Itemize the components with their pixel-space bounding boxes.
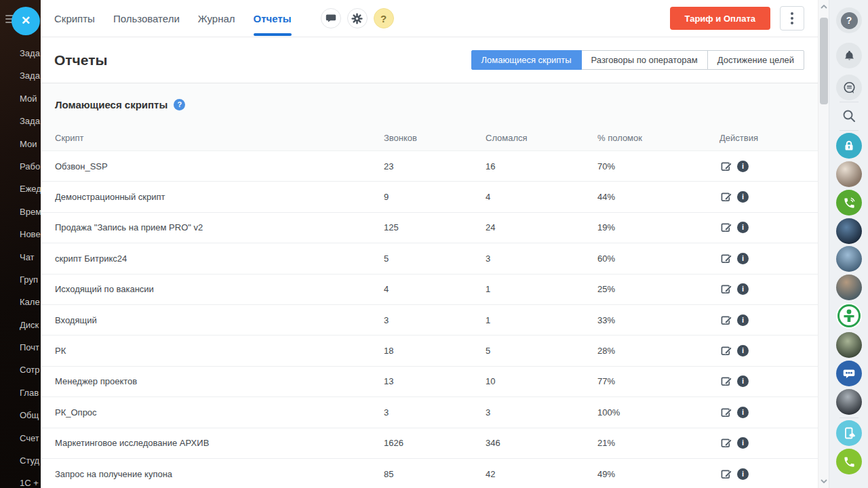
broken-value: 16	[486, 161, 597, 171]
edit-button[interactable]	[719, 283, 733, 296]
sidebar-item[interactable]: Нове	[0, 223, 41, 245]
telephony-app-button[interactable]	[836, 190, 862, 216]
avatar[interactable]	[836, 389, 862, 415]
edit-button[interactable]	[719, 313, 733, 327]
broken-value: 346	[486, 438, 597, 448]
edit-icon	[721, 345, 732, 357]
edit-button[interactable]	[719, 375, 733, 388]
edit-button[interactable]	[719, 159, 733, 173]
partner-app-button[interactable]	[836, 303, 862, 329]
info-button[interactable]: i	[737, 345, 749, 357]
info-button[interactable]: i	[737, 161, 749, 172]
sidebar-item[interactable]: 1С +	[0, 472, 41, 488]
toolbar-divider	[840, 102, 859, 102]
sidebar-item[interactable]: Врем	[0, 201, 41, 223]
edit-button[interactable]	[719, 251, 733, 265]
feedback-button[interactable]	[321, 8, 341, 28]
tab-journal[interactable]: Журнал	[198, 0, 235, 37]
sidebar-item[interactable]: Глав	[0, 382, 41, 404]
security-app-button[interactable]	[836, 133, 862, 159]
info-button[interactable]: i	[737, 375, 749, 387]
more-menu-button[interactable]	[780, 6, 804, 30]
table-row: Запрос на получение купона 85 42 49% i	[41, 459, 818, 488]
group-chat-button[interactable]	[836, 361, 862, 386]
info-button[interactable]: i	[737, 437, 749, 449]
edit-button[interactable]	[719, 190, 733, 204]
page-title: Отчеты	[54, 52, 107, 68]
sidebar-item[interactable]: Студ	[0, 449, 41, 472]
info-button[interactable]: i	[737, 283, 749, 295]
view-tab-breaking-scripts[interactable]: Ломающиеся скрипты	[471, 50, 582, 70]
column-header-broken: Сломался	[486, 133, 597, 143]
view-tab-operator-calls[interactable]: Разговоры по операторам	[581, 50, 708, 70]
report-view-switcher: Ломающиеся скрипты Разговоры по оператор…	[472, 50, 804, 70]
section-help-icon[interactable]: ?	[174, 99, 185, 110]
avatar[interactable]	[836, 218, 862, 244]
help-button[interactable]: ?	[374, 8, 394, 28]
sidebar-item[interactable]: Ежед	[0, 178, 41, 200]
left-sidebar: ✕ Зада Зада Мой Зада Мои Рабо Ежед Врем …	[0, 0, 41, 488]
section-title: Ломающиеся скрипты	[55, 99, 167, 110]
mobile-app-button[interactable]	[836, 420, 862, 446]
view-tab-goal-achievement[interactable]: Достижение целей	[707, 50, 804, 70]
sidebar-item[interactable]: Рабо	[0, 155, 41, 178]
sidebar-item[interactable]: Почт	[0, 336, 41, 359]
broken-value: 3	[486, 253, 597, 264]
table-row: Исходящий по вакансии 4 1 25% i	[41, 274, 818, 305]
info-button[interactable]: i	[737, 468, 749, 480]
call-button[interactable]	[836, 449, 862, 474]
scroll-up-arrow-icon[interactable]	[818, 1, 829, 12]
percent-value: 33%	[597, 315, 719, 325]
sidebar-item[interactable]: Зада	[0, 110, 41, 132]
avatar[interactable]	[836, 274, 862, 300]
search-button[interactable]	[836, 103, 862, 129]
broken-value: 1	[486, 284, 597, 294]
billing-button[interactable]: Тариф и Оплата	[670, 7, 770, 30]
tab-reports[interactable]: Отчеты	[254, 0, 292, 37]
section-header: Ломающиеся скрипты ?	[41, 83, 818, 125]
sidebar-item[interactable]: Чат	[0, 246, 41, 268]
notifications-button[interactable]	[836, 43, 862, 68]
sidebar-item[interactable]: Общ	[0, 404, 41, 426]
sidebar-item[interactable]: Мой	[0, 87, 41, 110]
scroll-down-arrow-icon[interactable]	[818, 476, 829, 487]
info-button[interactable]: i	[737, 253, 749, 264]
scrollbar-thumb[interactable]	[820, 18, 828, 104]
vertical-scrollbar[interactable]	[818, 0, 829, 488]
edit-button[interactable]	[719, 405, 733, 419]
call-waves-icon	[843, 197, 856, 209]
chat-panel-button[interactable]	[836, 75, 862, 100]
edit-button[interactable]	[719, 344, 733, 358]
settings-button[interactable]	[347, 8, 368, 28]
close-widget-button[interactable]: ✕	[12, 7, 40, 35]
sidebar-item[interactable]: Счет	[0, 427, 41, 449]
sidebar-item[interactable]: Мои	[0, 133, 41, 155]
avatar[interactable]	[836, 246, 862, 272]
chat-lines-icon	[842, 81, 856, 95]
calls-value: 1626	[384, 438, 486, 448]
avatar[interactable]	[836, 161, 862, 187]
percent-value: 25%	[597, 284, 719, 294]
tab-users[interactable]: Пользователи	[113, 0, 180, 37]
app-topbar: Скрипты Пользователи Журнал Отчеты	[41, 0, 818, 37]
info-button[interactable]: i	[737, 407, 749, 418]
sidebar-item[interactable]: Зада	[0, 64, 41, 87]
table-row: РК_Опрос 3 3 100% i	[41, 397, 818, 428]
sidebar-item[interactable]: Зада	[0, 42, 41, 64]
sidebar-item[interactable]: Груп	[0, 268, 41, 291]
info-button[interactable]: i	[737, 222, 749, 233]
sidebar-item[interactable]: Диск	[0, 314, 41, 336]
edit-button[interactable]	[719, 221, 733, 235]
calls-value: 85	[384, 469, 486, 479]
tab-scripts[interactable]: Скрипты	[54, 0, 95, 37]
sidebar-item[interactable]: Сотр	[0, 359, 41, 381]
edit-button[interactable]	[719, 436, 733, 450]
sidebar-item[interactable]: Кале	[0, 291, 41, 313]
info-button[interactable]: i	[737, 314, 749, 326]
edit-icon	[721, 283, 732, 295]
info-button[interactable]: i	[737, 191, 749, 203]
help-widget-button[interactable]: ?	[836, 7, 862, 33]
avatar[interactable]	[836, 332, 862, 358]
edit-button[interactable]	[719, 467, 733, 481]
percent-value: 60%	[597, 253, 719, 264]
